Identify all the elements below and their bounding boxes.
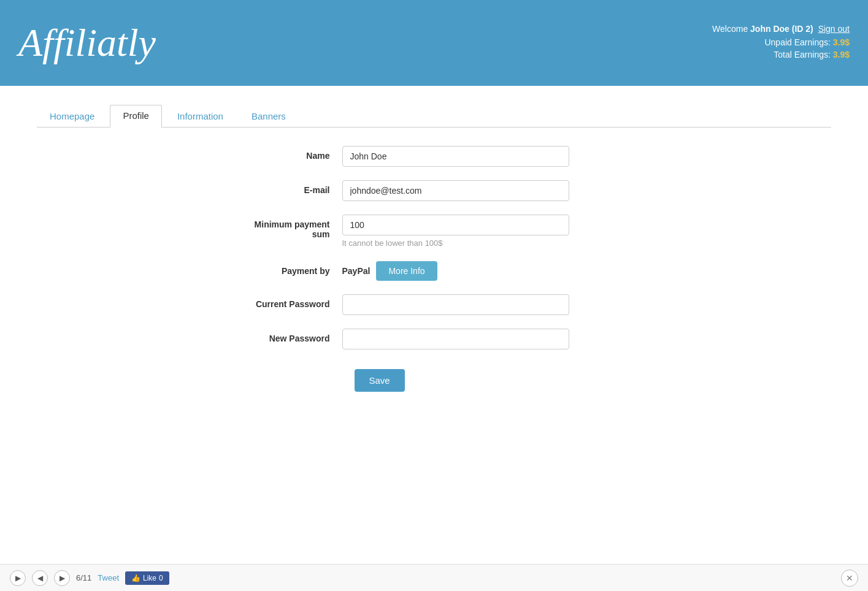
new-password-input[interactable] bbox=[342, 329, 569, 349]
paypal-label: PayPal bbox=[342, 266, 371, 276]
unpaid-earnings-label: Unpaid Earnings: bbox=[764, 37, 830, 47]
tabs-container: Homepage Profile Information Banners bbox=[37, 104, 831, 128]
like-count: 0 bbox=[159, 574, 163, 582]
current-password-input[interactable] bbox=[342, 294, 569, 315]
like-label: Like bbox=[143, 574, 156, 582]
current-password-field bbox=[342, 294, 649, 315]
tab-information[interactable]: Information bbox=[164, 105, 236, 128]
min-payment-hint: It cannot be lower than 100$ bbox=[342, 238, 649, 248]
min-payment-input[interactable] bbox=[342, 215, 569, 235]
name-label: Name bbox=[220, 146, 342, 161]
email-input[interactable] bbox=[342, 180, 569, 201]
total-earnings-label: Total Earnings: bbox=[774, 50, 831, 59]
next-button[interactable]: ▶ bbox=[54, 570, 70, 586]
header: Affiliatly Welcome John Doe (ID 2) Sign … bbox=[0, 0, 868, 86]
like-button[interactable]: 👍 Like 0 bbox=[125, 571, 169, 585]
save-row: Save bbox=[220, 363, 649, 392]
prev-button[interactable]: ◀ bbox=[32, 570, 48, 586]
tab-profile[interactable]: Profile bbox=[110, 105, 162, 128]
new-password-row: New Password bbox=[220, 329, 649, 349]
unpaid-earnings-line: Unpaid Earnings: 3.9$ bbox=[712, 37, 850, 47]
min-payment-field-wrapper: It cannot be lower than 100$ bbox=[342, 215, 649, 248]
welcome-prefix: Welcome bbox=[712, 24, 748, 34]
tab-banners[interactable]: Banners bbox=[239, 105, 299, 128]
payment-by-label: Payment by bbox=[220, 261, 342, 276]
thumbs-up-icon: 👍 bbox=[131, 574, 140, 582]
min-payment-label: Minimum paymentsum bbox=[220, 215, 342, 239]
email-field-wrapper bbox=[342, 180, 649, 201]
total-earnings-value: 3.9$ bbox=[833, 50, 850, 59]
min-payment-row: Minimum paymentsum It cannot be lower th… bbox=[220, 215, 649, 248]
unpaid-earnings-value: 3.9$ bbox=[833, 37, 850, 47]
user-name: John Doe (ID 2) bbox=[750, 24, 813, 34]
name-row: Name bbox=[220, 146, 649, 167]
play-button[interactable]: ▶ bbox=[10, 570, 26, 586]
tweet-link[interactable]: Tweet bbox=[98, 573, 119, 582]
profile-form: Name E-mail Minimum paymentsum It cannot… bbox=[220, 146, 649, 392]
save-button[interactable]: Save bbox=[355, 369, 405, 392]
more-info-button[interactable]: More Info bbox=[376, 261, 437, 281]
close-button[interactable]: ✕ bbox=[841, 570, 858, 587]
sign-out-link[interactable]: Sign out bbox=[818, 24, 850, 34]
page-count: 6/11 bbox=[76, 573, 91, 582]
payment-by-field: PayPal More Info bbox=[342, 261, 649, 281]
email-row: E-mail bbox=[220, 180, 649, 201]
main-content: Homepage Profile Information Banners Nam… bbox=[0, 86, 868, 564]
name-input[interactable] bbox=[342, 146, 569, 167]
new-password-label: New Password bbox=[220, 329, 342, 343]
bottom-bar: ▶ ◀ ▶ 6/11 Tweet 👍 Like 0 ✕ bbox=[0, 564, 868, 591]
payment-by-row: Payment by PayPal More Info bbox=[220, 261, 649, 281]
total-earnings-line: Total Earnings: 3.9$ bbox=[712, 50, 850, 59]
logo: Affiliatly bbox=[18, 20, 156, 66]
payment-row-inner: PayPal More Info bbox=[342, 261, 649, 281]
new-password-field bbox=[342, 329, 649, 349]
user-info: Welcome John Doe (ID 2) Sign out Unpaid … bbox=[712, 24, 850, 62]
welcome-line: Welcome John Doe (ID 2) Sign out bbox=[712, 24, 850, 34]
current-password-row: Current Password bbox=[220, 294, 649, 315]
name-field bbox=[342, 146, 649, 167]
tab-homepage[interactable]: Homepage bbox=[37, 105, 107, 128]
email-label: E-mail bbox=[220, 180, 342, 195]
current-password-label: Current Password bbox=[220, 294, 342, 309]
